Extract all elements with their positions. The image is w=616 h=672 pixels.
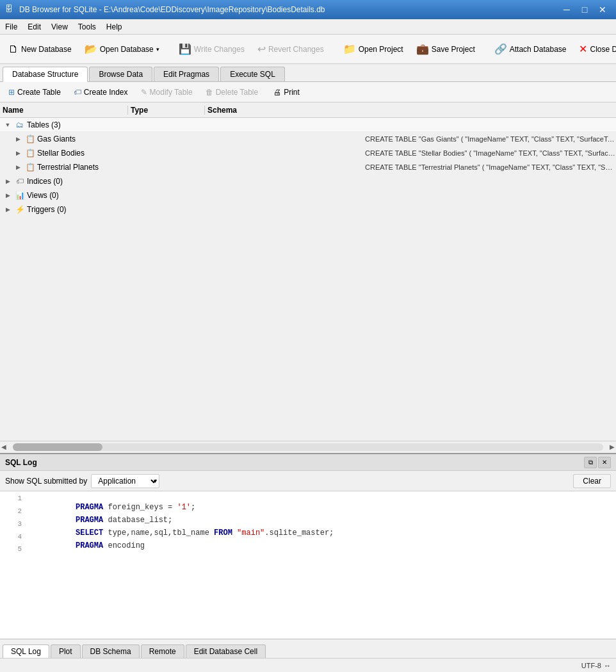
- new-db-icon: 🗋: [8, 44, 19, 55]
- bottom-tab-remote[interactable]: Remote: [141, 644, 184, 658]
- close-database-label: Close Database: [590, 45, 616, 54]
- bottom-tab-sql-log[interactable]: SQL Log: [3, 644, 49, 659]
- write-changes-button[interactable]: 💾 Write Changes: [173, 38, 250, 61]
- open-db-icon: 📂: [85, 43, 97, 55]
- delete-table-button[interactable]: 🗑 Delete Table: [200, 85, 264, 99]
- new-database-button[interactable]: 🗋 New Database: [3, 38, 77, 61]
- main-tabbar: Database Structure Browse Data Edit Prag…: [0, 64, 616, 82]
- column-headers: Name Type Schema: [0, 102, 616, 118]
- sql-filter-select[interactable]: Application User Both: [91, 474, 159, 488]
- open-project-icon: 📁: [343, 43, 356, 55]
- main-content-area: Database Structure Browse Data Edit Prag…: [0, 64, 616, 453]
- bottom-tab-db-schema[interactable]: DB Schema: [82, 644, 140, 658]
- scrollbar-track[interactable]: [13, 443, 603, 451]
- col-header-name: Name: [0, 106, 128, 115]
- scroll-right-arrow[interactable]: ▶: [608, 443, 616, 450]
- create-table-button[interactable]: ⊞ Create Table: [3, 85, 67, 99]
- scrollbar-thumb[interactable]: [13, 443, 102, 451]
- tree-gas-giants[interactable]: ▶ 📋 Gas Giants CREATE TABLE "Gas Giants"…: [0, 132, 616, 146]
- open-database-label: Open Database: [100, 45, 154, 54]
- open-db-dropdown-icon[interactable]: ▾: [156, 46, 159, 53]
- menu-tools[interactable]: Tools: [73, 19, 101, 34]
- print-button[interactable]: 🖨 Print: [268, 85, 305, 99]
- clear-log-button[interactable]: Clear: [573, 474, 611, 488]
- structure-panel-container: Name Type Schema ▼ 🗂 Tables (3) ▶: [0, 102, 616, 453]
- create-index-button[interactable]: 🏷 Create Index: [68, 85, 134, 99]
- window-title: DB Browser for SQLite - E:\Andrea\Code\E…: [19, 5, 558, 14]
- close-button[interactable]: ✕: [594, 3, 611, 16]
- maximize-button[interactable]: □: [576, 3, 593, 16]
- tree-triggers[interactable]: ▶ ⚡ Triggers (0): [0, 202, 616, 217]
- bottom-tab-plot[interactable]: Plot: [51, 644, 81, 658]
- terrestrial-label: Terrestrial Planets: [37, 163, 288, 172]
- minimize-button[interactable]: ─: [558, 3, 575, 16]
- tree-terrestrial-planets[interactable]: ▶ 📋 Terrestrial Planets CREATE TABLE "Te…: [0, 160, 616, 174]
- open-database-button[interactable]: 📂 Open Database ▾: [79, 38, 165, 61]
- save-project-icon: 💼: [416, 43, 429, 55]
- modify-table-label: Modify Table: [150, 88, 193, 97]
- terrestrial-expand-icon[interactable]: ▶: [13, 162, 23, 172]
- sql-log-title: SQL Log: [5, 458, 37, 467]
- menu-edit[interactable]: Edit: [22, 19, 46, 34]
- revert-changes-button[interactable]: ↩ Revert Changes: [252, 38, 330, 61]
- gas-giants-expand-icon[interactable]: ▶: [13, 134, 23, 144]
- print-label: Print: [284, 88, 300, 97]
- modify-table-button[interactable]: ✎ Modify Table: [135, 85, 199, 99]
- horizontal-scrollbar[interactable]: ◀ ▶: [0, 441, 616, 453]
- tables-folder-icon: 🗂: [15, 120, 25, 130]
- save-project-button[interactable]: 💼 Save Project: [410, 38, 481, 61]
- attach-database-button[interactable]: 🔗 Attach Database: [489, 38, 572, 61]
- tab-execute-sql[interactable]: Execute SQL: [220, 67, 285, 81]
- col-header-schema: Schema: [205, 106, 616, 115]
- stellar-bodies-label: Stellar Bodies: [37, 149, 288, 158]
- tree-views[interactable]: ▶ 📊 Views (0): [0, 188, 616, 202]
- app-icon: 🗄: [5, 4, 15, 15]
- line-num-2: 2: [3, 507, 22, 515]
- menu-file[interactable]: File: [0, 19, 22, 34]
- indices-expand-icon[interactable]: ▶: [3, 176, 13, 186]
- filter-label: Show SQL submitted by: [5, 477, 87, 486]
- create-table-label: Create Table: [17, 88, 61, 97]
- open-project-button[interactable]: 📁 Open Project: [337, 38, 409, 61]
- create-table-icon: ⊞: [8, 88, 15, 97]
- log-undock-button[interactable]: ⧉: [584, 457, 597, 468]
- empty-space: [0, 217, 616, 409]
- menu-help[interactable]: Help: [101, 19, 127, 34]
- gas-giants-label: Gas Giants: [37, 135, 288, 143]
- main-window: 🗄 DB Browser for SQLite - E:\Andrea\Code…: [0, 0, 616, 672]
- window-controls: ─ □ ✕: [558, 3, 611, 16]
- print-icon: 🖨: [273, 88, 281, 97]
- close-db-icon: ✕: [579, 43, 587, 55]
- views-icon: 📊: [15, 190, 25, 201]
- save-project-label: Save Project: [432, 45, 475, 54]
- tree-tables-root[interactable]: ▼ 🗂 Tables (3): [0, 118, 616, 132]
- revert-changes-icon: ↩: [257, 43, 266, 55]
- menu-view[interactable]: View: [46, 19, 73, 34]
- tab-browse-data[interactable]: Browse Data: [89, 67, 152, 81]
- triggers-expand-icon[interactable]: ▶: [3, 204, 13, 215]
- filter-select-wrapper: Application User Both: [91, 474, 159, 488]
- bottom-tab-edit-db-cell[interactable]: Edit Database Cell: [186, 644, 266, 658]
- tab-edit-pragmas[interactable]: Edit Pragmas: [154, 67, 219, 81]
- stellar-bodies-expand-icon[interactable]: ▶: [13, 148, 23, 158]
- titlebar: 🗄 DB Browser for SQLite - E:\Andrea\Code…: [0, 0, 616, 19]
- scroll-left-arrow[interactable]: ◀: [0, 443, 8, 450]
- line-num-4: 4: [3, 533, 22, 541]
- statusbar: UTF-8 ↔: [0, 658, 616, 672]
- indices-label: Indices (0): [27, 177, 616, 186]
- sql-line-1: 1 PRAGMA foreign_keys = '1';: [0, 494, 616, 507]
- tree-indices[interactable]: ▶ 🏷 Indices (0): [0, 174, 616, 188]
- tables-label: Tables (3): [27, 120, 283, 129]
- views-expand-icon[interactable]: ▶: [3, 190, 13, 201]
- log-close-button[interactable]: ✕: [598, 457, 611, 468]
- action-toolbar: ⊞ Create Table 🏷 Create Index ✎ Modify T…: [0, 82, 616, 102]
- close-database-button[interactable]: ✕ Close Database: [573, 38, 616, 61]
- tables-expand-icon[interactable]: ▼: [3, 120, 13, 130]
- menubar: File Edit View Tools Help: [0, 19, 616, 35]
- gas-giants-table-icon: 📋: [25, 134, 35, 144]
- tree-stellar-bodies[interactable]: ▶ 📋 Stellar Bodies CREATE TABLE "Stellar…: [0, 146, 616, 160]
- tab-database-structure[interactable]: Database Structure: [3, 67, 88, 82]
- triggers-label: Triggers (0): [27, 205, 616, 214]
- log-size-controls: ⧉ ✕: [584, 457, 611, 468]
- terrestrial-schema: CREATE TABLE "Terrestrial Planets" ( "Im…: [365, 163, 616, 171]
